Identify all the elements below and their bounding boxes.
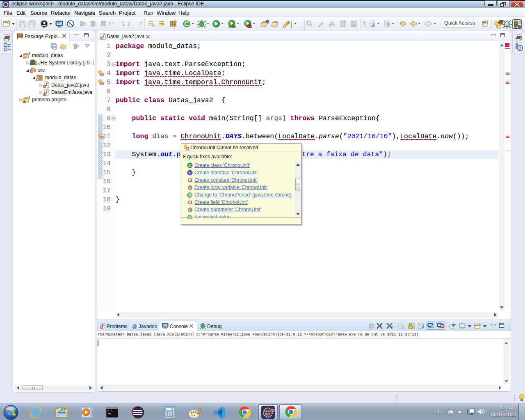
svg-text:C:\: C:\ xyxy=(107,410,113,413)
svg-text:J: J xyxy=(28,96,30,100)
svg-text:J: J xyxy=(28,52,30,56)
svg-text:IDE: IDE xyxy=(265,412,271,416)
svg-text:C: C xyxy=(189,163,192,168)
svg-text:L: L xyxy=(189,208,191,212)
svg-text:¶: ¶ xyxy=(363,20,366,28)
svg-text:J: J xyxy=(518,20,521,25)
svg-text:I: I xyxy=(189,171,190,175)
svg-text:?: ? xyxy=(519,46,521,51)
svg-text:L: L xyxy=(189,186,191,190)
svg-text:0: 0 xyxy=(171,408,173,411)
svg-text:J: J xyxy=(46,90,48,94)
